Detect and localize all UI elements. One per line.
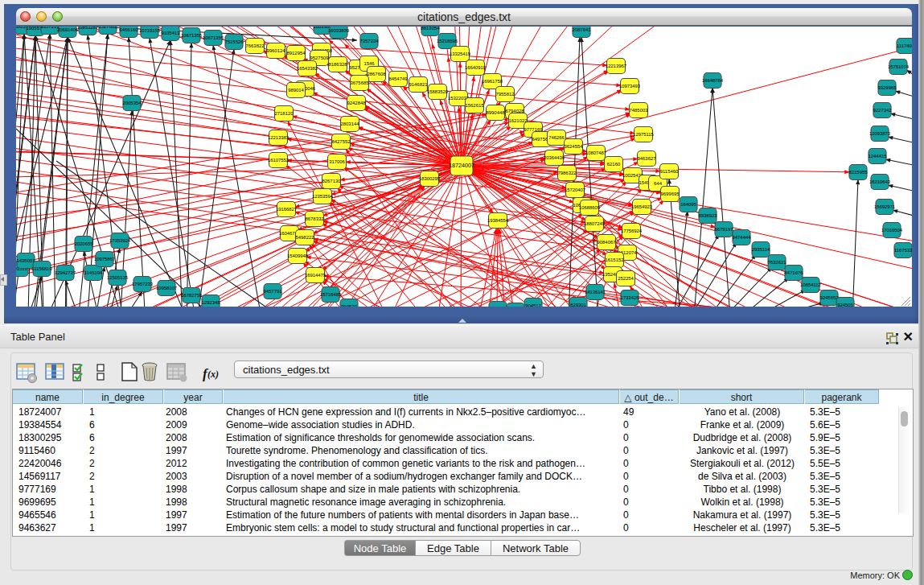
svg-text:7485003: 7485003 bbox=[630, 108, 649, 113]
svg-text:62160: 62160 bbox=[607, 162, 621, 167]
svg-text:2803144: 2803144 bbox=[341, 122, 360, 126]
svg-text:16640910: 16640910 bbox=[465, 65, 487, 70]
svg-text:1167533: 1167533 bbox=[894, 248, 912, 253]
svg-text:2020655: 2020655 bbox=[75, 241, 94, 246]
svg-text:7955812: 7955812 bbox=[496, 92, 515, 97]
svg-text:12505135: 12505135 bbox=[107, 275, 129, 280]
svg-text:7632621: 7632621 bbox=[768, 260, 786, 265]
svg-text:9105413: 9105413 bbox=[162, 31, 181, 35]
svg-text:1117404: 1117404 bbox=[897, 43, 912, 48]
svg-text:164095: 164095 bbox=[680, 202, 696, 207]
svg-text:17756924: 17756924 bbox=[621, 229, 643, 233]
svg-text:9527509: 9527509 bbox=[310, 56, 329, 60]
svg-text:746266: 746266 bbox=[548, 135, 565, 140]
svg-text:2087641: 2087641 bbox=[573, 27, 591, 32]
svg-text:13325419: 13325419 bbox=[450, 51, 470, 56]
svg-text:924505: 924505 bbox=[837, 303, 853, 307]
svg-text:10807487: 10807487 bbox=[585, 150, 606, 155]
svg-text:1546: 1546 bbox=[363, 61, 375, 66]
svg-text:6679197: 6679197 bbox=[715, 227, 733, 232]
svg-text:317006: 317006 bbox=[329, 159, 345, 164]
svg-text:11156819: 11156819 bbox=[31, 266, 51, 271]
svg-text:994520: 994520 bbox=[341, 304, 357, 307]
svg-text:8186328: 8186328 bbox=[329, 62, 348, 67]
svg-text:2867608: 2867608 bbox=[368, 72, 387, 76]
svg-text:8912954: 8912954 bbox=[287, 51, 306, 56]
svg-text:10671355: 10671355 bbox=[203, 35, 224, 40]
svg-text:1435051: 1435051 bbox=[17, 258, 35, 263]
svg-text:7357224: 7357224 bbox=[360, 39, 380, 43]
svg-text:16914479: 16914479 bbox=[305, 273, 326, 278]
svg-text:10671355: 10671355 bbox=[181, 33, 203, 38]
svg-text:15720407: 15720407 bbox=[565, 187, 585, 192]
svg-text:15692971: 15692971 bbox=[874, 204, 895, 209]
svg-text:12213967: 12213967 bbox=[606, 64, 626, 68]
svg-text:8427552: 8427552 bbox=[332, 139, 351, 144]
svg-text:14136141: 14136141 bbox=[585, 290, 606, 295]
svg-text:1733426: 1733426 bbox=[621, 295, 640, 300]
svg-text:8938923: 8938923 bbox=[699, 213, 718, 218]
svg-text:(x): (x) bbox=[207, 369, 219, 380]
svg-text:644: 644 bbox=[654, 181, 663, 186]
svg-text:20364436: 20364436 bbox=[544, 155, 565, 160]
svg-text:9960124: 9960124 bbox=[267, 48, 286, 53]
svg-text:18807249: 18807249 bbox=[584, 221, 605, 226]
svg-text:19166827: 19166827 bbox=[276, 207, 297, 212]
svg-text:1292346: 1292346 bbox=[202, 300, 221, 305]
svg-text:10688609: 10688609 bbox=[579, 205, 600, 210]
svg-text:12213383: 12213383 bbox=[268, 135, 290, 140]
svg-text:2935114: 2935114 bbox=[752, 247, 770, 252]
svg-text:10973493: 10973493 bbox=[619, 84, 641, 89]
svg-text:9242848: 9242848 bbox=[347, 101, 367, 105]
svg-text:9777169: 9777169 bbox=[524, 127, 543, 132]
svg-text:6466160: 6466160 bbox=[120, 27, 139, 32]
svg-text:10958107: 10958107 bbox=[156, 286, 177, 290]
svg-text:989014: 989014 bbox=[288, 88, 304, 93]
svg-text:2718120: 2718120 bbox=[275, 111, 294, 116]
svg-text:3675685: 3675685 bbox=[351, 80, 370, 85]
svg-text:1145194: 1145194 bbox=[84, 270, 103, 275]
svg-text:9457791: 9457791 bbox=[264, 289, 282, 294]
svg-text:1527602: 1527602 bbox=[99, 27, 117, 29]
svg-text:15409948: 15409948 bbox=[287, 253, 309, 258]
svg-text:15716485: 15716485 bbox=[320, 292, 342, 297]
svg-text:252254: 252254 bbox=[618, 276, 634, 281]
svg-text:8471676: 8471676 bbox=[785, 270, 804, 275]
svg-text:16648784: 16648784 bbox=[702, 78, 724, 83]
svg-text:1244415: 1244415 bbox=[869, 154, 888, 159]
svg-text:5498222: 5498222 bbox=[296, 235, 314, 240]
svg-text:15218596: 15218596 bbox=[437, 39, 458, 43]
svg-text:16782759: 16782759 bbox=[181, 293, 202, 298]
svg-text:17353924: 17353924 bbox=[109, 238, 131, 243]
svg-text:15883520: 15883520 bbox=[427, 89, 449, 94]
svg-text:904512: 904512 bbox=[525, 303, 541, 307]
svg-text:2005354: 2005354 bbox=[123, 101, 142, 105]
svg-text:18300295: 18300295 bbox=[419, 176, 441, 181]
svg-text:19384554: 19384554 bbox=[487, 218, 509, 223]
svg-text:8267130: 8267130 bbox=[322, 179, 342, 183]
svg-text:8215955: 8215955 bbox=[849, 170, 869, 175]
svg-text:6794028: 6794028 bbox=[506, 109, 525, 113]
svg-text:15751074: 15751074 bbox=[888, 64, 910, 69]
svg-text:1562615: 1562615 bbox=[466, 103, 485, 108]
svg-text:9227342: 9227342 bbox=[873, 108, 892, 113]
svg-text:9146821: 9146821 bbox=[409, 82, 428, 87]
svg-text:7663822: 7663822 bbox=[246, 43, 265, 48]
svg-text:16107552: 16107552 bbox=[268, 158, 289, 163]
svg-text:9474444: 9474444 bbox=[733, 235, 752, 240]
svg-text:8813054: 8813054 bbox=[421, 27, 441, 31]
svg-text:10654112: 10654112 bbox=[800, 282, 821, 287]
svg-text:10975867: 10975867 bbox=[94, 257, 115, 262]
svg-text:9084067: 9084067 bbox=[598, 240, 616, 245]
svg-text:19654923: 19654923 bbox=[631, 204, 653, 209]
svg-text:9463627: 9463627 bbox=[638, 156, 656, 161]
svg-text:12353594: 12353594 bbox=[312, 194, 334, 199]
svg-text:16543382: 16543382 bbox=[297, 66, 318, 71]
svg-text:12093873: 12093873 bbox=[869, 131, 891, 136]
svg-text:10853287: 10853287 bbox=[77, 27, 98, 30]
svg-text:16210643: 16210643 bbox=[869, 179, 891, 184]
svg-text:8454749: 8454749 bbox=[389, 76, 408, 81]
svg-text:9115460: 9115460 bbox=[660, 169, 679, 174]
svg-text:3624554: 3624554 bbox=[565, 144, 584, 149]
svg-text:9329965: 9329965 bbox=[878, 85, 897, 90]
